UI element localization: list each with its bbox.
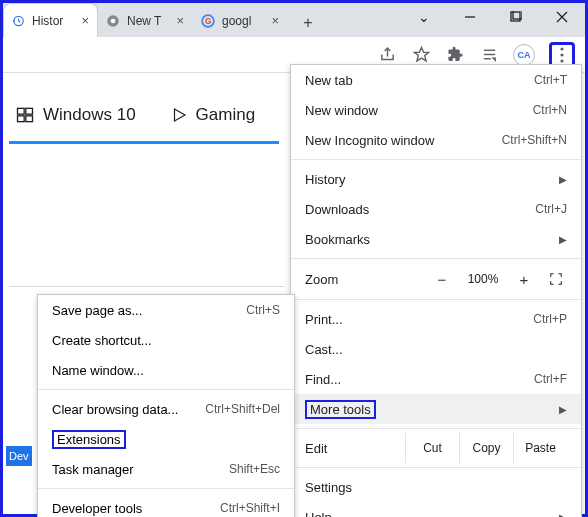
chrome-main-menu: New tabCtrl+T New windowCtrl+N New Incog… xyxy=(290,64,582,517)
new-tab-button[interactable]: + xyxy=(294,9,322,37)
svg-rect-18 xyxy=(26,108,33,114)
tab-search-dropdown[interactable]: ⌄ xyxy=(401,3,447,31)
svg-marker-21 xyxy=(174,109,185,121)
bookmark-star-icon[interactable] xyxy=(411,45,431,65)
tab-history[interactable]: Histor × xyxy=(3,3,98,37)
zoom-value: 100% xyxy=(463,272,503,286)
content-divider xyxy=(9,286,285,287)
edit-cut[interactable]: Cut xyxy=(405,433,459,463)
tab-label: New T xyxy=(127,14,174,28)
tab-google[interactable]: G googl × xyxy=(193,3,288,37)
tab-label: googl xyxy=(222,14,269,28)
close-icon[interactable]: × xyxy=(174,13,186,28)
menu-new-tab[interactable]: New tabCtrl+T xyxy=(291,65,581,95)
menu-zoom-row: Zoom − 100% + xyxy=(291,263,581,295)
play-icon xyxy=(170,106,188,124)
more-tools-submenu: Save page as...Ctrl+S Create shortcut...… xyxy=(37,294,295,517)
svg-rect-19 xyxy=(18,116,25,122)
svg-point-2 xyxy=(111,18,116,23)
submenu-save-page[interactable]: Save page as...Ctrl+S xyxy=(38,295,294,325)
menu-cast[interactable]: Cast... xyxy=(291,334,581,364)
menu-help[interactable]: Help▶ xyxy=(291,502,581,517)
menu-print[interactable]: Print...Ctrl+P xyxy=(291,304,581,334)
menu-more-tools[interactable]: More tools▶ xyxy=(291,394,581,424)
history-icon xyxy=(10,13,26,29)
close-window-button[interactable] xyxy=(539,3,585,31)
svg-text:G: G xyxy=(205,16,211,25)
svg-marker-10 xyxy=(414,47,428,60)
svg-rect-20 xyxy=(26,116,33,122)
svg-point-15 xyxy=(560,53,563,56)
submenu-name-window[interactable]: Name window... xyxy=(38,355,294,385)
profile-avatar[interactable]: CA xyxy=(513,44,535,66)
tab-newtab[interactable]: New T × xyxy=(98,3,193,37)
minimize-button[interactable] xyxy=(447,3,493,31)
edit-paste[interactable]: Paste xyxy=(513,433,567,463)
extensions-icon[interactable] xyxy=(445,45,465,65)
close-icon[interactable]: × xyxy=(79,13,91,28)
windows-icon xyxy=(15,105,35,125)
menu-new-window[interactable]: New windowCtrl+N xyxy=(291,95,581,125)
edit-copy[interactable]: Copy xyxy=(459,433,513,463)
menu-bookmarks[interactable]: Bookmarks▶ xyxy=(291,224,581,254)
google-icon: G xyxy=(200,13,216,29)
tab-label: Histor xyxy=(32,14,79,28)
maximize-button[interactable] xyxy=(493,3,539,31)
close-icon[interactable]: × xyxy=(269,13,281,28)
menu-incognito[interactable]: New Incognito windowCtrl+Shift+N xyxy=(291,125,581,155)
tab-strip: Histor × New T × G googl × + ⌄ xyxy=(3,3,585,37)
svg-rect-17 xyxy=(18,108,25,114)
submenu-task-manager[interactable]: Task managerShift+Esc xyxy=(38,454,294,484)
menu-edit-row: Edit Cut Copy Paste xyxy=(291,433,581,463)
submenu-developer-tools[interactable]: Developer toolsCtrl+Shift+I xyxy=(38,493,294,517)
submenu-create-shortcut[interactable]: Create shortcut... xyxy=(38,325,294,355)
submenu-extensions[interactable]: Extensions xyxy=(38,424,294,454)
active-tab-underline xyxy=(9,141,279,144)
fullscreen-icon[interactable] xyxy=(545,272,567,286)
dev-badge: Dev xyxy=(6,446,32,466)
share-icon[interactable] xyxy=(377,45,397,65)
zoom-out-button[interactable]: − xyxy=(431,271,453,288)
menu-history[interactable]: History▶ xyxy=(291,164,581,194)
svg-point-14 xyxy=(560,47,563,50)
nav-windows10[interactable]: Windows 10 xyxy=(15,105,136,125)
nav-gaming[interactable]: Gaming xyxy=(170,105,256,125)
svg-point-16 xyxy=(560,59,563,62)
chrome-icon xyxy=(105,13,121,29)
reading-list-icon[interactable] xyxy=(479,45,499,65)
submenu-clear-data[interactable]: Clear browsing data...Ctrl+Shift+Del xyxy=(38,394,294,424)
menu-find[interactable]: Find...Ctrl+F xyxy=(291,364,581,394)
menu-downloads[interactable]: DownloadsCtrl+J xyxy=(291,194,581,224)
menu-settings[interactable]: Settings xyxy=(291,472,581,502)
zoom-in-button[interactable]: + xyxy=(513,271,535,288)
